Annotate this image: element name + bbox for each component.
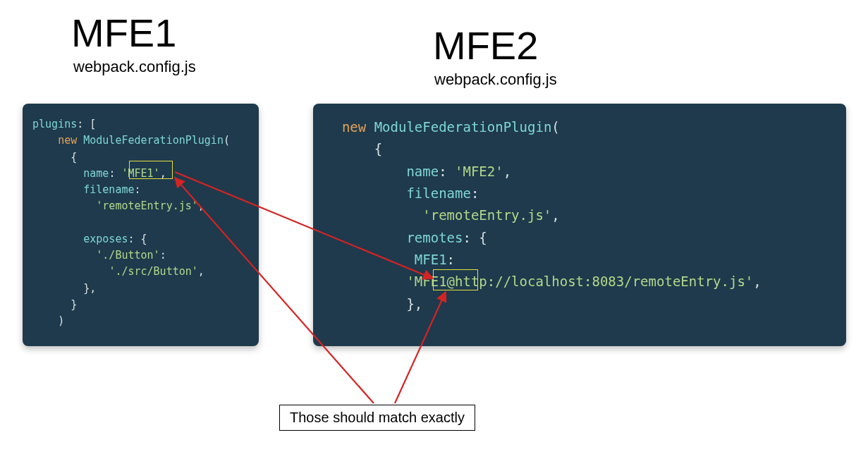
mfe2-subtitle: webpack.config.js bbox=[434, 70, 557, 89]
mfe1-subtitle: webpack.config.js bbox=[73, 58, 196, 76]
highlight-mfe2-remote bbox=[433, 269, 478, 290]
mfe2-title: MFE2 bbox=[433, 23, 538, 68]
mfe1-title: MFE1 bbox=[71, 10, 176, 56]
annotation-note: Those should match exactly bbox=[279, 405, 475, 431]
code-mfe2: new ModuleFederationPlugin( { name: 'MFE… bbox=[313, 104, 846, 346]
code-mfe1: plugins: [ new ModuleFederationPlugin( {… bbox=[23, 104, 259, 346]
highlight-mfe1-name bbox=[129, 161, 173, 179]
